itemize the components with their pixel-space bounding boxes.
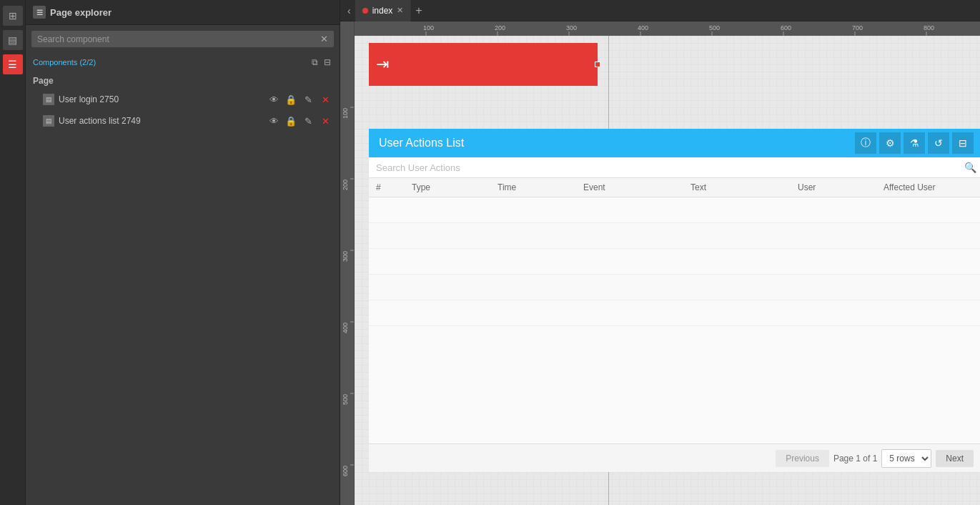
col-user: User — [798, 182, 884, 192]
svg-text:100: 100 — [342, 108, 349, 119]
actions-filter-btn[interactable]: ⚗ — [904, 132, 925, 154]
visibility-btn[interactable]: 👁 — [267, 114, 281, 128]
col-time: Time — [498, 182, 583, 192]
page-icon-btn[interactable]: ☰ — [3, 54, 23, 74]
component-actions: 👁 🔒 ✎ ✕ — [267, 114, 332, 128]
col-text: Text — [691, 182, 798, 192]
tab-index[interactable]: index ✕ — [355, 0, 412, 21]
edit-btn[interactable]: ✎ — [301, 114, 315, 128]
actions-refresh-btn[interactable]: ↺ — [928, 132, 949, 154]
col-number: # — [376, 182, 412, 192]
actions-search: 🔍 — [369, 157, 980, 178]
component-actions: 👁 🔒 ✎ ✕ — [267, 92, 332, 107]
col-type: Type — [412, 182, 498, 192]
svg-text:400: 400 — [638, 24, 648, 31]
col-affected-user: Affected User — [884, 182, 980, 192]
tab-bar: ‹ index ✕ + — [340, 0, 980, 21]
search-bar: ✕ — [31, 31, 334, 47]
ruler-top: 100 200 300 400 500 600 700 — [355, 21, 980, 36]
actions-title: User Actions List — [379, 137, 855, 149]
grid-icon-btn[interactable]: ⊞ — [3, 6, 23, 26]
next-btn[interactable]: Next — [936, 450, 974, 467]
actions-table: # Type Time Event Text User Affected Use… — [369, 178, 980, 469]
table-row — [369, 249, 980, 275]
pagination-bar: Previous Page 1 of 1 5 rows Next — [369, 443, 980, 472]
svg-text:600: 600 — [342, 466, 349, 476]
lock-btn[interactable]: 🔒 — [284, 92, 298, 107]
login-icon: ⇥ — [376, 55, 389, 74]
lock-btn[interactable]: 🔒 — [284, 114, 298, 128]
layers-icon-btn[interactable]: ▤ — [3, 30, 23, 50]
delete-btn[interactable]: ✕ — [318, 114, 332, 128]
tab-close-btn[interactable]: ✕ — [397, 6, 403, 15]
rows-select[interactable]: 5 rows — [881, 449, 931, 468]
actions-more-btn[interactable]: ⊟ — [952, 132, 974, 154]
actions-header: User Actions List ⓘ ⚙ ⚗ ↺ ⊟ — [369, 129, 980, 157]
collapse-all-btn[interactable]: ⊟ — [322, 56, 332, 69]
svg-text:200: 200 — [495, 24, 505, 31]
actions-info-btn[interactable]: ⓘ — [855, 132, 876, 154]
svg-text:200: 200 — [342, 180, 349, 190]
search-clear-btn[interactable]: ✕ — [320, 34, 328, 44]
table-row — [369, 197, 980, 223]
panel-header: ☰ Page explorer — [26, 0, 340, 25]
actions-component[interactable]: User Actions List ⓘ ⚙ ⚗ ↺ ⊟ 🔍 — [369, 129, 980, 472]
svg-text:700: 700 — [852, 24, 863, 31]
tab-add-btn[interactable]: + — [411, 4, 426, 17]
component-name: User login 2750 — [59, 94, 262, 104]
login-component[interactable]: ⇥ — [369, 43, 598, 86]
actions-search-input[interactable] — [376, 162, 964, 173]
col-event: Event — [583, 182, 691, 192]
list-item[interactable]: ▤ User login 2750 👁 🔒 ✎ ✕ — [26, 89, 340, 110]
tab-arrow-left[interactable]: ‹ — [343, 5, 355, 16]
component-icon: ▤ — [43, 94, 54, 105]
canvas-area: ‹ index ✕ + 100 200 — [340, 0, 980, 505]
svg-text:300: 300 — [342, 251, 349, 262]
delete-btn[interactable]: ✕ — [318, 92, 332, 107]
svg-text:800: 800 — [924, 24, 934, 31]
svg-text:500: 500 — [709, 24, 720, 31]
table-row — [369, 300, 980, 326]
actions-header-btns: ⓘ ⚙ ⚗ ↺ ⊟ — [855, 132, 974, 154]
panel-title: Page explorer — [50, 7, 112, 18]
components-label: Components (2/2) — [33, 58, 96, 67]
table-row — [369, 275, 980, 300]
search-icon: 🔍 — [964, 162, 976, 173]
svg-text:400: 400 — [342, 323, 349, 333]
svg-rect-19 — [340, 36, 355, 505]
ruler-left: 100 200 300 400 500 600 — [340, 36, 355, 505]
previous-btn[interactable]: Previous — [776, 450, 829, 467]
page-explorer-panel: ☰ Page explorer ✕ Components (2/2) ⧉ ⊟ P… — [26, 0, 340, 505]
table-body — [369, 197, 980, 469]
canvas-scroll[interactable]: ⇥ User Actions List ⓘ ⚙ ⚗ ↺ ⊟ — [355, 36, 980, 505]
page-info: Page 1 of 1 — [833, 453, 877, 464]
svg-text:300: 300 — [566, 24, 577, 31]
login-resize-handle[interactable] — [595, 62, 600, 67]
sidebar-icon-bar: ⊞ ▤ ☰ — [0, 0, 26, 505]
components-header: Components (2/2) ⧉ ⊟ — [26, 53, 340, 72]
component-icon: ▤ — [43, 115, 54, 127]
search-input[interactable] — [37, 34, 320, 44]
list-item[interactable]: ▤ User actions list 2749 👁 🔒 ✎ ✕ — [26, 110, 340, 132]
components-header-actions: ⧉ ⊟ — [310, 56, 332, 69]
tab-label: index — [372, 6, 393, 16]
page-label: Page — [26, 72, 340, 89]
tab-dot — [362, 8, 368, 14]
panel-header-icon: ☰ — [33, 6, 46, 19]
actions-settings-btn[interactable]: ⚙ — [879, 132, 901, 154]
svg-text:100: 100 — [423, 24, 434, 31]
expand-all-btn[interactable]: ⧉ — [310, 56, 320, 69]
edit-btn[interactable]: ✎ — [301, 92, 315, 107]
svg-text:500: 500 — [342, 394, 349, 405]
svg-text:600: 600 — [781, 24, 791, 31]
component-name: User actions list 2749 — [59, 116, 262, 126]
component-list: ▤ User login 2750 👁 🔒 ✎ ✕ ▤ User actions… — [26, 89, 340, 505]
canvas-content: ⇥ User Actions List ⓘ ⚙ ⚗ ↺ ⊟ — [355, 36, 980, 505]
visibility-btn[interactable]: 👁 — [267, 92, 281, 107]
svg-rect-0 — [355, 21, 980, 36]
table-header-row: # Type Time Event Text User Affected Use… — [369, 178, 980, 197]
table-row — [369, 223, 980, 249]
